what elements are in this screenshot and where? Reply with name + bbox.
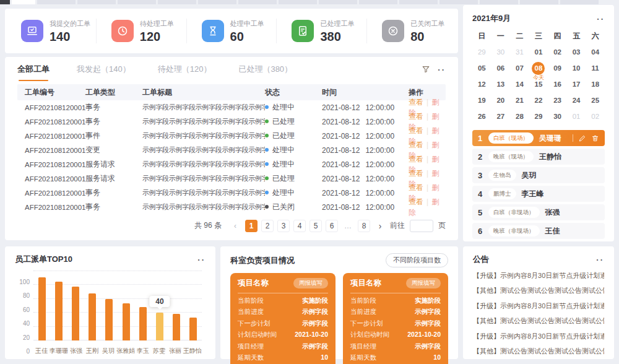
calendar-day[interactable]: 06	[491, 60, 511, 76]
stage-count-button[interactable]: 不同阶段项目数	[386, 253, 448, 267]
chart-bar[interactable]	[173, 314, 180, 340]
calendar-day[interactable]: 20	[491, 92, 511, 108]
calendar-day[interactable]: 26	[472, 108, 491, 124]
time-cell: 2021-08-1212:00:00	[322, 118, 409, 126]
calendar-day[interactable]: 15	[529, 76, 548, 92]
calendar-day[interactable]: 31	[510, 44, 529, 60]
calendar-day[interactable]: 09	[548, 60, 567, 76]
prev-page-button[interactable]: ‹	[229, 220, 241, 232]
calendar-day[interactable]: 24	[567, 92, 586, 108]
tab-0[interactable]: 全部工单	[17, 64, 50, 75]
calendar-day[interactable]: 25	[586, 92, 605, 108]
schedule-row[interactable]: 1白班（现场）吴珊珊	[472, 130, 605, 146]
status-dot-icon	[265, 205, 269, 209]
status-dot-icon	[265, 105, 269, 109]
calendar-day[interactable]: 29	[529, 108, 548, 124]
page-button-3[interactable]: 3	[277, 220, 290, 232]
calendar-day[interactable]: 22	[529, 92, 548, 108]
chart-bar[interactable]	[38, 277, 46, 340]
calendar-day[interactable]: 14	[510, 76, 529, 92]
page-button-5[interactable]: 5	[310, 220, 322, 232]
calendar-day[interactable]: 18	[586, 76, 605, 92]
calendar-day[interactable]: 01	[529, 44, 548, 60]
field-value: 示例字段	[302, 319, 328, 328]
view-link[interactable]: 查看	[409, 183, 423, 192]
schedule-index: 4	[478, 189, 488, 199]
calendar-day[interactable]: 19	[472, 92, 491, 108]
calendar-day[interactable]: 16	[548, 76, 567, 92]
announcement-item[interactable]: 【其他】测试公告测试公告测试公告测试公告测试公告	[473, 347, 604, 356]
page-button-2[interactable]: 2	[261, 220, 274, 232]
calendar-day[interactable]: 03	[567, 44, 586, 60]
page-button-4[interactable]: 4	[293, 220, 306, 232]
field-label: 计划启动时间	[350, 331, 389, 339]
calendar-day[interactable]: 12	[472, 76, 491, 92]
chart-bar[interactable]	[89, 293, 96, 340]
calendar-day[interactable]: 27	[491, 108, 511, 124]
page-button-6[interactable]: 6	[326, 220, 338, 232]
chart-bar[interactable]	[139, 307, 147, 340]
field-label: 项目经理	[350, 342, 376, 351]
weekly-report-button[interactable]: 周报填写	[406, 278, 441, 288]
edit-icon[interactable]	[578, 134, 586, 142]
status-dot-icon	[265, 134, 269, 137]
calendar-day[interactable]: 21	[510, 92, 529, 108]
chart-bar[interactable]	[189, 318, 197, 340]
schedule-row[interactable]: 6晚班（非现场）王佳	[472, 223, 605, 239]
calendar-day[interactable]: 08今天	[529, 60, 548, 76]
weekly-report-button[interactable]: 周报填写	[293, 278, 328, 288]
view-link[interactable]: 查看	[409, 197, 423, 206]
circle-x-icon	[382, 20, 404, 42]
filter-icon[interactable]	[422, 65, 430, 74]
announcement-item[interactable]: 【升级】示例内容8月30日新节点升级计划通知	[473, 301, 604, 311]
calendar-day[interactable]: 02	[586, 108, 605, 124]
tab-2[interactable]: 待处理（120）	[158, 64, 212, 75]
view-link[interactable]: 查看	[409, 141, 423, 149]
calendar-day[interactable]: 29	[472, 44, 491, 60]
goto-page-input[interactable]	[410, 220, 433, 232]
view-link[interactable]: 查看	[409, 169, 423, 178]
schedule-row[interactable]: 2晚班（现场）王静怡	[472, 149, 605, 165]
calendar-day[interactable]: 30	[548, 108, 567, 124]
chart-bar[interactable]	[72, 287, 79, 340]
view-link[interactable]: 查看	[409, 98, 423, 106]
schedule-row[interactable]: 5白班（非现场）张强	[472, 204, 605, 220]
next-page-button[interactable]: ›	[374, 220, 386, 232]
calendar-day[interactable]: 13	[491, 76, 511, 92]
more-icon[interactable]: ··	[597, 14, 605, 24]
chart-bar[interactable]	[55, 282, 63, 340]
column-header: 状态	[265, 87, 322, 98]
view-link[interactable]: 查看	[409, 112, 423, 121]
calendar-day[interactable]: 23	[548, 92, 567, 108]
tab-1[interactable]: 我发起（140）	[77, 64, 131, 75]
calendar-day[interactable]: 02	[548, 44, 567, 60]
calendar-day[interactable]: 05	[472, 60, 491, 76]
calendar-day[interactable]: 30	[491, 44, 511, 60]
schedule-row[interactable]: 4鹏博士李王峰	[472, 186, 605, 202]
calendar-day[interactable]: 28	[510, 108, 529, 124]
more-icon[interactable]: ··	[197, 255, 206, 264]
calendar-day[interactable]: 07	[510, 60, 529, 76]
tab-3[interactable]: 已处理（380）	[238, 64, 292, 75]
chart-bar[interactable]	[105, 299, 113, 340]
calendar-day[interactable]: 10	[567, 60, 586, 76]
calendar-day[interactable]: 11	[586, 60, 605, 76]
announcement-tag: 【其他】	[473, 287, 500, 294]
announcement-item[interactable]: 【其他】测试公告测试公告测试公告测试公告测试公告	[473, 316, 604, 326]
page-button-1[interactable]: 1	[245, 220, 258, 232]
chart-bar[interactable]	[123, 303, 130, 340]
view-link[interactable]: 查看	[409, 126, 423, 135]
calendar-day[interactable]: 17	[567, 76, 586, 92]
view-link[interactable]: 查看	[409, 155, 423, 163]
chart-bar[interactable]	[156, 313, 163, 340]
schedule-row[interactable]: 3生物岛吴玥	[472, 167, 605, 183]
more-icon[interactable]: ··	[596, 255, 604, 264]
calendar-day[interactable]: 04	[586, 44, 605, 60]
announcement-item[interactable]: 【其他】测试公告测试公告测试公告测试公告测试公告	[473, 286, 604, 295]
calendar-day[interactable]: 01	[567, 108, 586, 124]
more-icon[interactable]: ··	[438, 65, 446, 74]
page-button-8[interactable]: 8	[358, 220, 370, 232]
announcement-item[interactable]: 【升级】示例内容8月30日新节点升级计划通知	[473, 332, 604, 341]
announcement-item[interactable]: 【升级】示例内容8月30日新节点升级计划通知	[473, 271, 604, 280]
trash-icon[interactable]	[591, 134, 599, 142]
